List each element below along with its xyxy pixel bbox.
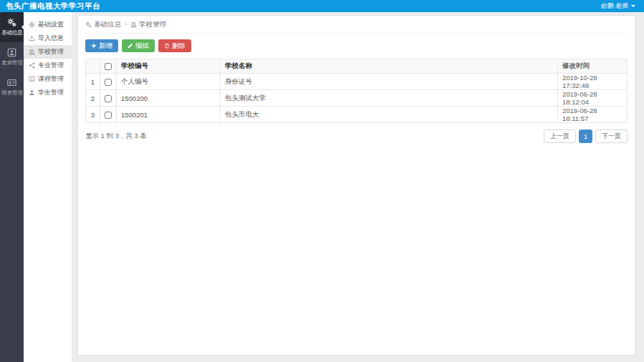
submenu-item-label: 课程管理 [38, 74, 64, 84]
topbar: 包头广播电视大学学习平台 俞鹏 老师 [0, 0, 644, 12]
content-card: 基础信息 › 学校管理 [77, 15, 635, 356]
page-1-button[interactable]: 1 [579, 129, 592, 143]
modified-time-cell: 2019-10-28 17:32:48 [558, 74, 628, 90]
edit-button[interactable]: 编辑 [122, 39, 155, 52]
sidebar-item-label: 基础信息 [1, 29, 22, 36]
table-row[interactable]: 2 1500200 包头测试大学 2019-06-28 18:12:04 [86, 90, 628, 107]
secondary-sidebar: 基础设置 导入信息 学校管理 [24, 12, 72, 362]
submenu-item-label: 基础设置 [38, 20, 64, 29]
table-row[interactable]: 3 1500201 包头市电大 2019-06-28 18:11:57 [86, 107, 628, 123]
delete-button[interactable]: 删除 [158, 39, 191, 52]
index-column-header [86, 59, 100, 74]
pencil-icon [128, 42, 133, 50]
modified-time-cell: 2019-06-28 18:12:04 [558, 90, 628, 107]
row-index: 1 [86, 74, 100, 90]
sidebar-item-label: 老师管理 [1, 59, 22, 66]
report-icon [7, 78, 16, 87]
import-icon [29, 35, 35, 41]
school-code-cell: 个人编号 [117, 74, 221, 90]
delete-button-label: 删除 [172, 41, 186, 51]
breadcrumb-separator: › [125, 21, 127, 28]
toolbar: 新增 编辑 删除 [85, 34, 628, 55]
submenu-item-label: 学校管理 [38, 47, 64, 57]
student-icon [29, 89, 35, 96]
schools-table: 学校编号 学校名称 修改时间 1 个人编号 身份证号 2019-10-28 17… [85, 59, 628, 123]
course-icon [29, 76, 35, 82]
submenu-item-label: 学生管理 [38, 88, 64, 97]
row-checkbox[interactable] [105, 79, 112, 86]
sidebar-item-report-mgmt[interactable]: 报表管理 [0, 72, 24, 102]
select-all-header [100, 59, 117, 74]
breadcrumb-label: 基础信息 [94, 20, 121, 29]
table-row[interactable]: 1 个人编号 身份证号 2019-10-28 17:32:48 [86, 74, 628, 90]
submenu-item-major-mgmt[interactable]: 专业管理 [24, 59, 72, 72]
gear-icon [29, 21, 35, 28]
breadcrumb-basic-info[interactable]: 基础信息 [85, 20, 121, 29]
submenu-item-student-mgmt[interactable]: 学生管理 [24, 86, 72, 99]
modified-time-cell: 2019-06-28 18:11:57 [558, 107, 628, 123]
user-name: 俞鹏 老师 [600, 1, 628, 11]
pagination: 上一页 1 下一页 [544, 129, 628, 143]
edit-button-label: 编辑 [135, 41, 149, 51]
school-icon [130, 21, 137, 28]
next-page-button[interactable]: 下一页 [595, 129, 628, 143]
row-index: 2 [86, 90, 100, 107]
breadcrumb-label: 学校管理 [139, 20, 166, 29]
school-name-cell: 包头市电大 [221, 107, 558, 123]
school-code-header: 学校编号 [117, 59, 221, 74]
prev-page-button[interactable]: 上一页 [544, 129, 576, 143]
teacher-icon [7, 48, 16, 57]
select-all-checkbox[interactable] [105, 63, 112, 70]
submenu-item-course-mgmt[interactable]: 课程管理 [24, 72, 72, 86]
school-icon [29, 49, 35, 55]
trash-icon [164, 42, 170, 50]
school-code-cell: 1500201 [117, 107, 221, 123]
submenu-item-basic-settings[interactable]: 基础设置 [24, 18, 72, 31]
submenu-item-label: 导入信息 [38, 34, 64, 43]
row-select-cell [100, 90, 117, 107]
user-menu[interactable]: 俞鹏 老师 [600, 1, 635, 11]
caret-down-icon [631, 5, 635, 9]
modified-time-header: 修改时间 [558, 59, 628, 74]
school-name-cell: 包头测试大学 [221, 90, 558, 107]
main-area: 基础信息 › 学校管理 [72, 12, 644, 362]
cogs-icon [7, 18, 16, 27]
add-button-label: 新增 [99, 41, 112, 51]
breadcrumb: 基础信息 › 学校管理 [85, 16, 628, 34]
sidebar-item-basic-info[interactable]: 基础信息 [0, 12, 24, 42]
major-icon [29, 62, 35, 69]
cogs-icon [85, 21, 92, 28]
plus-icon [91, 42, 97, 50]
app-title: 包头广播电视大学学习平台 [6, 1, 100, 11]
primary-sidebar: 基础信息 老师管理 报表管理 [0, 12, 24, 362]
sidebar-item-teacher-mgmt[interactable]: 老师管理 [0, 42, 24, 72]
school-code-cell: 1500200 [117, 90, 221, 107]
submenu-item-import-info[interactable]: 导入信息 [24, 31, 72, 45]
add-button[interactable]: 新增 [85, 39, 118, 52]
record-summary: 显示 1 到 3，共 3 条 [85, 132, 147, 141]
row-checkbox[interactable] [105, 95, 112, 102]
row-checkbox[interactable] [105, 112, 112, 119]
sidebar-item-label: 报表管理 [1, 89, 22, 96]
breadcrumb-school-mgmt[interactable]: 学校管理 [130, 20, 166, 29]
row-select-cell [100, 74, 117, 90]
table-header-row: 学校编号 学校名称 修改时间 [86, 59, 628, 74]
table-footer: 显示 1 到 3，共 3 条 上一页 1 下一页 [85, 129, 628, 143]
school-name-cell: 身份证号 [221, 74, 558, 90]
submenu-item-school-mgmt[interactable]: 学校管理 [24, 45, 72, 59]
row-index: 3 [86, 107, 100, 123]
submenu-item-label: 专业管理 [38, 61, 64, 70]
row-select-cell [100, 107, 117, 123]
school-name-header: 学校名称 [221, 59, 558, 74]
